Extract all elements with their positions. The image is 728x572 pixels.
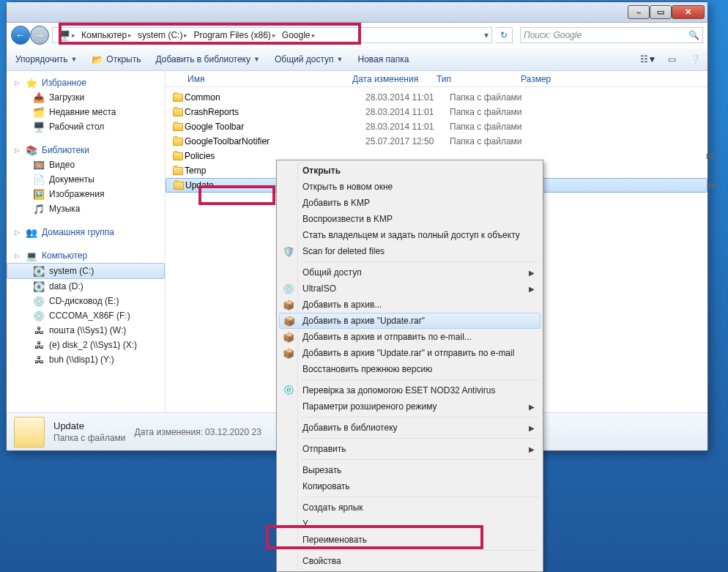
minimize-button[interactable]: – [628,5,650,19]
sidebar-item-music[interactable]: 🎵Музыка [7,201,165,216]
sidebar-item-video[interactable]: 🎞️Видео [7,157,165,172]
add-library-button[interactable]: Добавить в библиотеку▼ [151,52,264,67]
column-headers[interactable]: Имя Дата изменения Тип Размер [166,71,707,87]
rar-icon: 📦 [282,346,295,360]
nav-back-button[interactable]: ← [11,26,30,45]
eset-icon: ⓔ [282,384,295,397]
titlebar: – ▭ ✕ [7,2,707,23]
sidebar-computer-head[interactable]: ▷💻Компьютер [7,248,165,263]
ctx-add-archive[interactable]: 📦Добавить в архив... [279,297,541,313]
ctx-play-kmp[interactable]: Воспроизвести в KMP [279,211,541,227]
folder-icon [174,182,184,190]
ctx-delete[interactable]: У [279,516,541,532]
preview-pane-button[interactable]: ▭ [664,52,680,67]
scan-icon: 🛡️ [282,245,295,258]
sidebar-item-data-d[interactable]: 💽data (D:) [7,279,165,294]
ctx-share[interactable]: Общий доступ▶ [279,264,541,281]
ctx-rename[interactable]: Переименовать [279,532,541,548]
details-name: Update [53,420,126,431]
crumb-computer[interactable]: Компьютер [81,30,127,40]
col-name[interactable]: Имя [173,74,352,84]
sidebar-libraries-head[interactable]: ▷📚Библиотеки [7,143,165,157]
ctx-add-kmp[interactable]: Добавить в KMP [279,195,541,211]
file-row[interactable]: CrashReports28.03.2014 11:01Папка с файл… [166,105,707,119]
ctx-eset-adv[interactable]: Параметри розширеного режиму▶ [279,398,541,415]
ctx-shortcut[interactable]: Создать ярлык [279,499,541,516]
sidebar: ▷⭐Избранное 📥Загрузки 🗂️Недавние места 🖥… [7,71,166,412]
ctx-scan[interactable]: 🛡️Scan for deleted files [279,243,541,259]
folder-icon [173,123,183,131]
col-size[interactable]: Размер [521,74,579,84]
help-button[interactable]: ❔ [687,52,703,67]
rar-icon: 📦 [282,298,295,311]
view-button[interactable]: ☷ ▼ [640,52,656,67]
ctx-open-new[interactable]: Открыть в новом окне [279,179,541,195]
crumb-google[interactable]: Google [282,30,311,40]
ctx-owner[interactable]: Стать владельцем и задать полный доступ … [279,227,541,243]
crumb-system[interactable]: system (C:) [138,30,182,40]
ctx-properties[interactable]: Свойства [279,553,541,569]
ultraiso-icon: 💿 [282,282,295,295]
nav-row: ← → 🖥️▸ Компьютер▸ system (C:)▸ Program … [7,23,707,48]
new-folder-button[interactable]: Новая папка [353,52,413,67]
file-row[interactable]: GoogleToolbarNotifier25.07.2017 12:50Пап… [166,134,707,149]
share-button[interactable]: Общий доступ▼ [270,52,348,67]
search-placeholder: Поиск: Google [524,30,582,40]
ctx-add-email[interactable]: 📦Добавить в архив и отправить по e-mail.… [279,329,541,345]
search-input[interactable]: Поиск: Google 🔍 [520,27,703,43]
ctx-addlib[interactable]: Добавить в библиотеку▶ [279,420,541,436]
toolbar: Упорядочить▼ 📂Открыть Добавить в библиот… [7,48,707,71]
rar-icon: 📦 [282,330,295,343]
ctx-add-rar[interactable]: 📦Добавить в архив "Update.rar" [279,313,541,329]
sidebar-favorites-head[interactable]: ▷⭐Избранное [7,75,165,90]
folder-icon [173,152,183,160]
sidebar-item-net-w[interactable]: 🖧пошта (\\Sys1) (W:) [7,323,165,338]
search-icon: 🔍 [688,30,699,40]
ctx-cut[interactable]: Вырезать [279,462,541,478]
folder-icon [173,138,183,146]
breadcrumb[interactable]: 🖥️▸ Компьютер▸ system (C:)▸ Program File… [52,27,492,43]
sidebar-item-desktop[interactable]: 🖥️Рабочий стол [7,119,165,134]
folder-icon [173,94,183,102]
file-row[interactable]: Common28.03.2014 11:01Папка с файлами [166,90,707,105]
refresh-button[interactable]: ↻ [495,27,513,43]
sidebar-item-net-y[interactable]: 🖧buh (\\disp1) (Y:) [7,352,165,367]
ctx-add-rar-email[interactable]: 📦Добавить в архив "Update.rar" и отправи… [279,345,541,361]
ctx-copy[interactable]: Копировать [279,478,541,494]
crumb-progfiles[interactable]: Program Files (x86) [193,30,270,40]
ctx-restore[interactable]: Восстановить прежнюю версию [279,361,541,377]
details-folder-icon [14,417,45,447]
sidebar-item-documents[interactable]: 📄Документы [7,172,165,187]
sidebar-item-cd-e[interactable]: 💿CD-дисковод (E:) [7,294,165,308]
col-date[interactable]: Дата изменения [352,74,437,84]
maximize-button[interactable]: ▭ [650,5,672,19]
sidebar-item-recent[interactable]: 🗂️Недавние места [7,105,165,119]
file-row[interactable]: Google Toolbar28.03.2014 11:01Папка с фа… [166,119,707,134]
nav-forward-button[interactable]: → [30,26,49,45]
sidebar-item-cccoma-f[interactable]: 💿CCCOMA_X86F (F:) [7,308,165,323]
details-type: Папка с файлами [53,433,126,443]
ctx-send[interactable]: Отправить▶ [279,441,541,457]
sidebar-item-system-c[interactable]: 💽system (C:) [7,263,165,279]
sidebar-item-net-x[interactable]: 🖧(e) disk_2 (\\Sys1) (X:) [7,338,165,352]
folder-icon [173,167,183,175]
ctx-open[interactable]: Открыть [279,163,541,179]
rar-icon: 📦 [283,314,296,327]
folder-icon [173,108,183,116]
sidebar-item-pictures[interactable]: 🖼️Изображения [7,187,165,201]
open-button[interactable]: 📂Открыть [87,51,145,67]
close-button[interactable]: ✕ [672,5,705,19]
col-type[interactable]: Тип [437,74,521,84]
context-menu: Открыть Открыть в новом окне Добавить в … [276,160,543,572]
ctx-eset[interactable]: ⓔПеревірка за допомогою ESET NOD32 Antiv… [279,382,541,398]
ctx-ultraiso[interactable]: 💿UltraISO▶ [279,281,541,297]
sidebar-item-downloads[interactable]: 📥Загрузки [7,90,165,105]
organize-button[interactable]: Упорядочить▼ [11,52,81,67]
sidebar-homegroup-head[interactable]: ▷👥Домашняя группа [7,225,165,239]
